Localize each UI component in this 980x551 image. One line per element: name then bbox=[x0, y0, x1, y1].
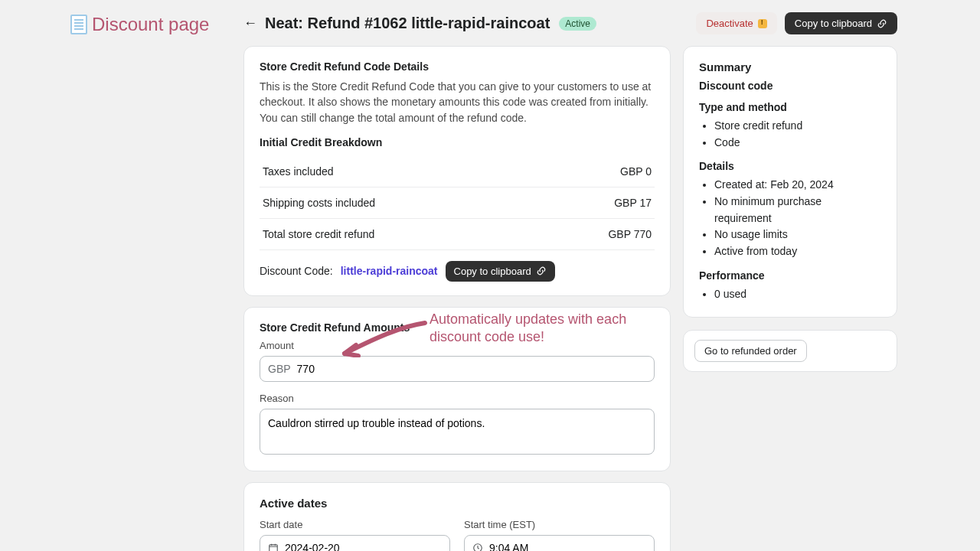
dates-card-title: Active dates bbox=[260, 497, 655, 510]
amount-input[interactable] bbox=[297, 363, 646, 375]
clock-icon bbox=[472, 543, 483, 551]
status-badge: Active bbox=[559, 17, 596, 31]
summary-performance-heading: Performance bbox=[699, 269, 881, 282]
start-date-label: Start date bbox=[260, 519, 450, 530]
link-icon bbox=[536, 266, 547, 276]
deactivate-label: Deactivate bbox=[706, 18, 753, 29]
warning-icon bbox=[758, 19, 767, 28]
page-label: Discount page bbox=[70, 14, 209, 35]
header-bar: ← Neat: Refund #1062 little-rapid-rainco… bbox=[243, 12, 897, 34]
currency-prefix: GBP bbox=[268, 363, 291, 375]
summary-type-item: Code bbox=[714, 135, 881, 152]
discount-code-value[interactable]: little-rapid-raincoat bbox=[341, 265, 438, 277]
start-date-field[interactable] bbox=[285, 542, 442, 551]
page-label-text: Discount page bbox=[92, 14, 209, 35]
details-card: Store Credit Refund Code Details This is… bbox=[243, 46, 671, 296]
summary-performance-item: 0 used bbox=[714, 286, 881, 303]
summary-type-item: Store credit refund bbox=[714, 118, 881, 135]
copy-code-label: Copy to clipboard bbox=[454, 266, 531, 277]
summary-details-heading: Details bbox=[699, 160, 881, 172]
start-time-field[interactable] bbox=[489, 542, 646, 551]
reason-label: Reason bbox=[260, 393, 655, 404]
amount-input-wrap[interactable]: GBP bbox=[260, 356, 655, 382]
start-time-label: Start time (EST) bbox=[464, 519, 655, 530]
breakdown-row: Taxes included GBP 0 bbox=[260, 156, 655, 187]
breakdown-label: Total store credit refund bbox=[263, 228, 374, 240]
details-card-title: Store Credit Refund Code Details bbox=[260, 60, 655, 73]
breakdown-heading: Initial Credit Breakdown bbox=[260, 136, 655, 148]
start-time-input[interactable] bbox=[464, 535, 655, 551]
summary-details-item: No usage limits bbox=[714, 227, 881, 243]
summary-title: Summary bbox=[699, 60, 881, 73]
calendar-icon bbox=[268, 543, 279, 551]
annotation-arrow-icon bbox=[337, 319, 429, 357]
dates-card: Active dates Start date Start time (EST) bbox=[243, 482, 671, 551]
copy-clipboard-button[interactable]: Copy to clipboard bbox=[785, 12, 897, 34]
copy-code-button[interactable]: Copy to clipboard bbox=[446, 261, 555, 282]
breakdown-label: Taxes included bbox=[263, 165, 334, 178]
summary-details-item: Created at: Feb 20, 2024 bbox=[714, 177, 881, 194]
document-icon bbox=[70, 15, 87, 34]
discount-code-label: Discount Code: bbox=[260, 265, 333, 277]
summary-type-heading: Type and method bbox=[699, 101, 881, 113]
breakdown-row: Total store credit refund GBP 770 bbox=[260, 219, 655, 250]
svg-rect-0 bbox=[270, 545, 278, 551]
breakdown-value: GBP 0 bbox=[620, 165, 652, 178]
annotation-text: Automatically updates with each discount… bbox=[430, 311, 636, 345]
summary-card: Summary Discount code Type and method St… bbox=[683, 46, 897, 318]
summary-details-item: No minimum purchase requirement bbox=[714, 194, 881, 227]
details-card-description: This is the Store Credit Refund Code tha… bbox=[260, 79, 655, 126]
start-date-input[interactable] bbox=[260, 535, 450, 551]
link-icon bbox=[877, 18, 887, 29]
go-to-order-button[interactable]: Go to refunded order bbox=[694, 340, 807, 362]
breakdown-value: GBP 770 bbox=[608, 228, 652, 240]
breakdown-label: Shipping costs included bbox=[263, 197, 375, 209]
back-arrow-icon[interactable]: ← bbox=[243, 15, 257, 31]
reason-textarea[interactable] bbox=[260, 409, 655, 455]
summary-code-heading: Discount code bbox=[699, 80, 881, 92]
breakdown-row: Shipping costs included GBP 17 bbox=[260, 187, 655, 219]
go-to-order-label: Go to refunded order bbox=[704, 345, 797, 357]
copy-label: Copy to clipboard bbox=[795, 18, 872, 29]
breakdown-value: GBP 17 bbox=[614, 197, 652, 209]
go-to-order-card: Go to refunded order bbox=[683, 330, 897, 372]
page-title: Neat: Refund #1062 little-rapid-raincoat bbox=[265, 15, 550, 32]
deactivate-button[interactable]: Deactivate bbox=[696, 12, 776, 34]
summary-details-item: Active from today bbox=[714, 243, 881, 260]
